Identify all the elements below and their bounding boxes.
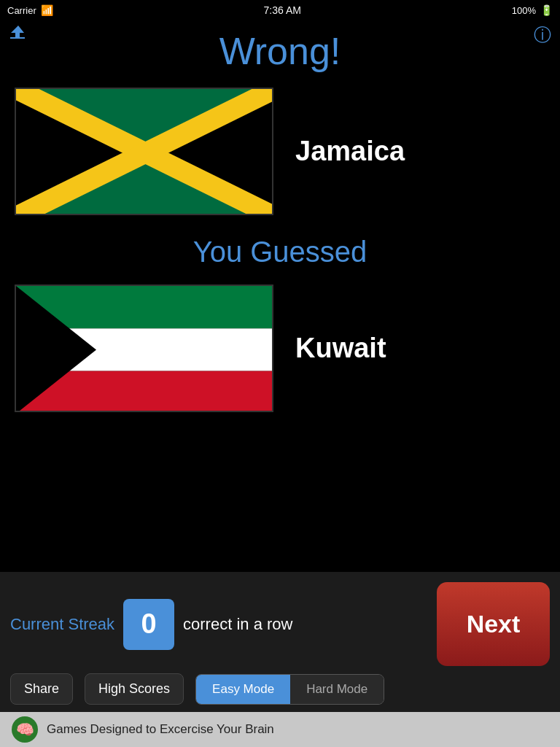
streak-row: Current Streak 0 correct in a row Next	[10, 582, 550, 673]
bottom-section: Current Streak 0 correct in a row Next S…	[0, 572, 560, 712]
correct-in-row-label: correct in a row	[183, 615, 292, 634]
footer-text: Games Designed to Excercise Your Brain	[47, 722, 274, 737]
next-button[interactable]: Next	[437, 582, 550, 666]
status-time: 7:36 AM	[264, 4, 301, 16]
result-title: Wrong!	[0, 20, 560, 80]
brain-icon: 🧠	[12, 716, 38, 743]
battery-label: 100%	[512, 5, 536, 16]
correct-flag-row: Jamaica	[0, 80, 560, 222]
footer: 🧠 Games Designed to Excercise Your Brain	[0, 712, 560, 747]
buttons-line: Share High Scores Easy Mode Hard Mode	[10, 673, 550, 712]
streak-label: Current Streak	[10, 615, 114, 634]
mode-toggle: Easy Mode Hard Mode	[195, 674, 384, 705]
carrier-label: Carrier	[7, 5, 36, 16]
wifi-icon: 📶	[41, 4, 53, 16]
status-bar: Carrier 📶 7:36 AM 100% 🔋	[0, 0, 560, 20]
guessed-flag-container	[15, 285, 273, 412]
hard-mode-button[interactable]: Hard Mode	[290, 675, 384, 704]
guessed-country-name: Kuwait	[295, 333, 545, 364]
share-button[interactable]: Share	[10, 673, 73, 705]
correct-country-name: Jamaica	[295, 136, 545, 167]
battery-icon: 🔋	[540, 4, 553, 16]
main-content: Wrong! Jamaica You Guessed	[0, 20, 560, 747]
streak-value: 0	[123, 599, 174, 650]
status-right: 100% 🔋	[512, 4, 553, 16]
easy-mode-button[interactable]: Easy Mode	[196, 675, 290, 704]
you-guessed-label: You Guessed	[0, 222, 560, 277]
kuwait-flag	[16, 286, 273, 412]
status-left: Carrier 📶	[7, 4, 53, 16]
guessed-flag-row: Kuwait	[0, 277, 560, 419]
high-scores-button[interactable]: High Scores	[85, 673, 184, 705]
correct-flag-container	[15, 88, 273, 215]
jamaica-flag	[16, 89, 273, 215]
